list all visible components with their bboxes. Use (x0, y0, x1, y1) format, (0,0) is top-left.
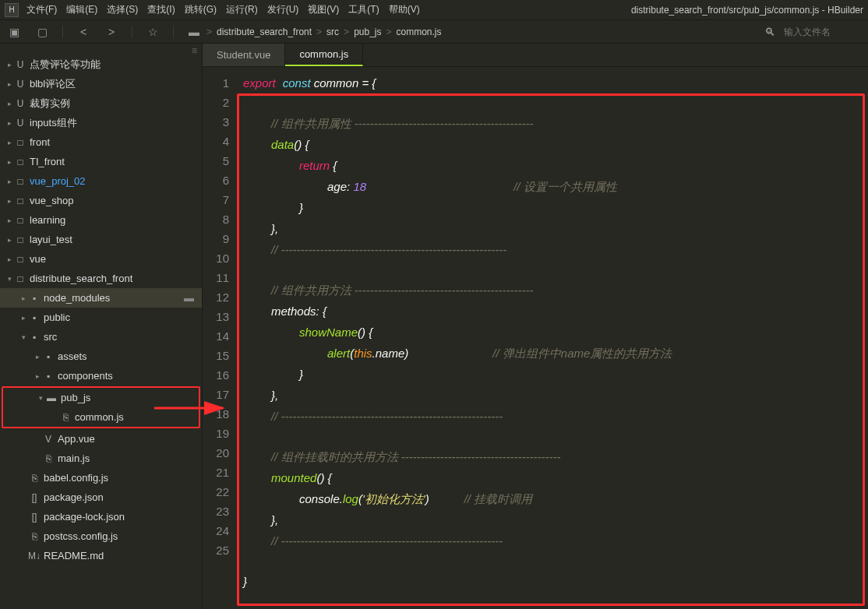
crumb-file[interactable]: common.js (397, 26, 442, 37)
tree-item[interactable]: ▸□vue_proj_02 (0, 171, 202, 191)
tree-item[interactable]: ▸□vue_shop (0, 191, 202, 210)
tree-item-label: 点赞评论等功能 (30, 58, 101, 72)
menu-edit[interactable]: 编辑(E) (66, 3, 97, 16)
file-icon: ▪ (28, 332, 41, 343)
file-icon: U (14, 118, 26, 128)
tree-item-label: layui_test (30, 234, 72, 245)
tree-item-label: package.json (44, 491, 104, 503)
menu-goto[interactable]: 跳转(G) (185, 3, 217, 16)
forward-icon[interactable]: > (104, 26, 119, 38)
crumb-pubjs[interactable]: pub_js (354, 26, 381, 37)
tree-arrow-icon[interactable]: ▸ (5, 255, 14, 263)
search-input[interactable] (784, 26, 862, 37)
tree-arrow-icon[interactable]: ▸ (5, 197, 14, 205)
tree-arrow-icon[interactable]: ▸ (19, 314, 28, 322)
file-icon: ▬ (45, 393, 58, 403)
tree-item[interactable]: ▸□layui_test (0, 230, 202, 249)
tree-item[interactable]: ▸□vue (0, 249, 202, 269)
file-icon: U (14, 59, 26, 70)
tree-arrow-icon[interactable]: ▸ (5, 119, 14, 127)
breadcrumb: ▬ > distribute_search_front > src > pub_… (186, 26, 442, 38)
file-icon: □ (14, 195, 26, 206)
tree-item[interactable]: ▸□learning (0, 210, 202, 230)
file-icon: [] (28, 492, 41, 503)
search-file-icon[interactable]: 🔍︎ (762, 26, 778, 38)
tree-item-label: learning (30, 214, 65, 226)
star-icon[interactable]: ☆ (145, 26, 161, 38)
file-icon: V (42, 434, 55, 445)
file-icon: [] (28, 512, 41, 523)
explorer-icon[interactable]: ▣ (6, 26, 22, 38)
tree-item[interactable]: ▸▪assets (0, 347, 202, 366)
menu-tools[interactable]: 工具(T) (348, 3, 379, 16)
menu-view[interactable]: 视图(V) (308, 3, 339, 16)
tree-item[interactable]: ▸□front (0, 132, 202, 152)
tree-item[interactable]: ▸Ublbl评论区 (0, 74, 202, 93)
tab-student[interactable]: Student.vue (203, 44, 285, 66)
tree-item-label: src (44, 331, 57, 343)
menu-file[interactable]: 文件(F) (26, 3, 57, 16)
tree-arrow-icon[interactable]: ▾ (5, 275, 14, 283)
tree-item[interactable]: []package-lock.json (0, 507, 202, 526)
tree-arrow-icon[interactable]: ▸ (5, 139, 14, 146)
menu-select[interactable]: 选择(S) (107, 3, 138, 16)
tab-common[interactable]: common.js (285, 44, 363, 66)
menu-publish[interactable]: 发行(U) (267, 3, 299, 16)
tree-item[interactable]: ⎘common.js (3, 407, 199, 427)
code-content[interactable]: export const common = { // 组件共用属性 ------… (237, 67, 868, 609)
tree-item[interactable]: ⎘babel.config.js (0, 468, 202, 488)
tree-item-label: App.vue (58, 433, 95, 445)
tree-item[interactable]: ▸▪public (0, 308, 202, 327)
tree-item-label: distribute_search_front (30, 273, 132, 284)
tree-item[interactable]: ▸U点赞评论等功能 (0, 55, 202, 74)
app-logo: H (5, 3, 19, 17)
file-icon: ▪ (42, 351, 55, 362)
tree-item[interactable]: ▾□distribute_search_front (0, 269, 202, 288)
back-icon[interactable]: < (76, 26, 91, 38)
tree-item[interactable]: []package.json (0, 488, 202, 507)
tree-item-label: vue_shop (30, 195, 73, 206)
menu-help[interactable]: 帮助(V) (389, 3, 420, 16)
tree-item[interactable]: ▾▬pub_js (3, 388, 199, 407)
tree-item-label: public (44, 312, 70, 323)
tree-item[interactable]: ▸▪node_modules▬ (0, 288, 202, 308)
tree-arrow-icon[interactable]: ▸ (5, 236, 14, 244)
tree-arrow-icon[interactable]: ▸ (33, 372, 42, 380)
tree-item[interactable]: ⎘main.js (0, 449, 202, 468)
tree-arrow-icon[interactable]: ▸ (5, 61, 14, 69)
tree-arrow-icon[interactable]: ▸ (5, 100, 14, 107)
menubar: H 文件(F) 编辑(E) 选择(S) 查找(I) 跳转(G) 运行(R) 发行… (0, 0, 868, 20)
file-icon: M↓ (28, 551, 41, 561)
file-icon: ⎘ (42, 453, 55, 464)
tree-item-label: babel.config.js (44, 472, 108, 484)
tree-item[interactable]: ▸□TI_front (0, 152, 202, 171)
tree-arrow-icon[interactable]: ▾ (36, 394, 45, 402)
tree-item[interactable]: ▸▪components (0, 366, 202, 385)
tree-arrow-icon[interactable]: ▸ (19, 294, 28, 302)
tree-item-label: common.js (75, 411, 124, 423)
tree-item-label: assets (58, 350, 87, 362)
tree-item[interactable]: ▸Uinputs组件 (0, 113, 202, 132)
tree-arrow-icon[interactable]: ▸ (5, 216, 14, 224)
tree-item[interactable]: ⎘postcss.config.js (0, 526, 202, 546)
file-icon: □ (14, 215, 26, 226)
menu-run[interactable]: 运行(R) (226, 3, 258, 16)
tree-arrow-icon[interactable]: ▸ (5, 158, 14, 166)
tree-item[interactable]: ▸U裁剪实例 (0, 93, 202, 113)
crumb-src[interactable]: src (326, 26, 339, 37)
toolbar-separator (173, 26, 174, 38)
toolbar-separator (62, 26, 63, 38)
crumb-project[interactable]: distribute_search_front (217, 26, 312, 37)
save-icon[interactable]: ▢ (34, 26, 50, 38)
tree-arrow-icon[interactable]: ▸ (33, 353, 42, 361)
tree-arrow-icon[interactable]: ▸ (5, 80, 14, 88)
tree-arrow-icon[interactable]: ▾ (19, 333, 28, 341)
tree-arrow-icon[interactable]: ▸ (5, 178, 14, 185)
file-icon: U (14, 79, 26, 90)
tree-item[interactable]: M↓README.md (0, 546, 202, 565)
folder-icon: ▬ (186, 26, 202, 38)
file-icon: □ (14, 176, 26, 187)
menu-find[interactable]: 查找(I) (147, 3, 175, 16)
tree-item[interactable]: VApp.vue (0, 429, 202, 449)
tree-item[interactable]: ▾▪src (0, 327, 202, 347)
